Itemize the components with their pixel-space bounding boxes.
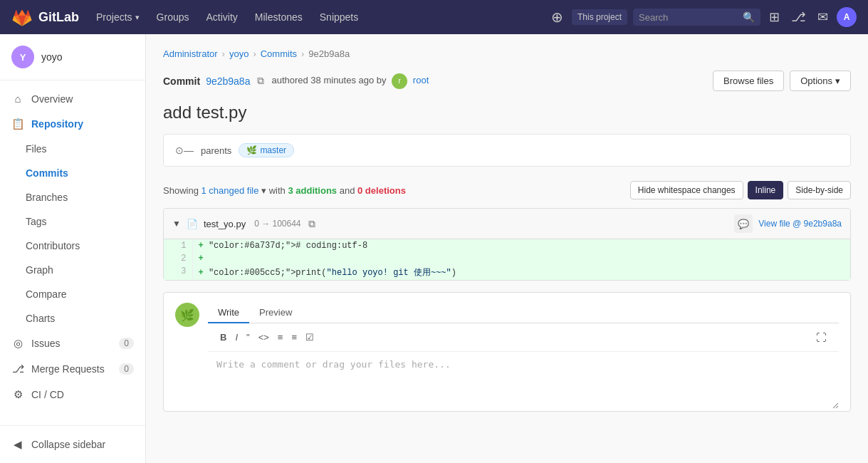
- diff-code-cell: + "color:#6a737d;"># coding:utf-8: [192, 239, 850, 252]
- parents-label: parents: [201, 145, 231, 156]
- tab-write[interactable]: Write: [208, 303, 249, 323]
- breadcrumb: Administrator › yoyo › Commits › 9e2b9a8…: [163, 48, 851, 59]
- editor-tabs: Write Preview: [208, 303, 839, 323]
- sidebar-item-issues[interactable]: ◎ Issues 0: [0, 331, 145, 356]
- breadcrumb-commits[interactable]: Commits: [261, 48, 297, 59]
- side-by-side-button[interactable]: Side-by-side: [788, 181, 851, 199]
- branch-badge[interactable]: 🌿 master: [239, 143, 294, 157]
- sidebar-label-compare: Compare: [26, 288, 67, 300]
- merge-requests-icon: ⎇: [11, 363, 24, 375]
- nav-snippets[interactable]: Snippets: [314, 9, 364, 26]
- gitlab-logo-icon: [11, 6, 33, 28]
- file-name: test_yo.py: [204, 219, 246, 229]
- branch-icon: 🌿: [246, 145, 257, 155]
- editor-toolbar: B I " <> ≡ ≡ ☑ ⛶: [208, 323, 839, 352]
- sidebar-bottom: ◀ Collapse sidebar: [0, 425, 145, 463]
- diff-controls: Hide whitespace changes Inline Side-by-s…: [630, 181, 851, 199]
- line-number: 3: [164, 265, 192, 280]
- navbar: GitLab Projects ▾ Groups Activity Milest…: [0, 0, 868, 34]
- sidebar-label-files: Files: [26, 143, 47, 155]
- nav-groups[interactable]: Groups: [151, 9, 195, 26]
- file-diff-header: ▼ 📄 test_yo.py 0 → 100644 ⧉ 💬 View file …: [164, 209, 850, 239]
- sidebar-item-commits[interactable]: Commits: [0, 161, 145, 185]
- options-button[interactable]: Options ▾: [790, 71, 851, 91]
- sidebar-item-overview[interactable]: ⌂ Overview: [0, 86, 145, 111]
- comment-editor: 🌿 Write Preview B I " <> ≡ ≡: [163, 292, 851, 412]
- diff-code-cell: +: [192, 252, 850, 265]
- parents-git-icon: ⊙—: [175, 145, 194, 156]
- commit-info: Commit 9e2b9a8a ⧉ authored 38 minutes ag…: [163, 73, 429, 89]
- commit-meta: authored 38 minutes ago by r root: [271, 73, 429, 89]
- toggle-diff-button[interactable]: ▼: [172, 219, 181, 229]
- layout-toggle-button[interactable]: ⊞: [766, 6, 783, 28]
- numbered-list-button[interactable]: ≡: [288, 330, 300, 345]
- sidebar-item-compare[interactable]: Compare: [0, 282, 145, 306]
- sidebar-item-files[interactable]: Files: [0, 137, 145, 161]
- commit-author: root: [413, 75, 429, 85]
- search-scope-badge[interactable]: This project: [572, 9, 627, 25]
- sidebar-item-merge-requests[interactable]: ⎇ Merge Requests 0: [0, 356, 145, 382]
- merge-requests-icon-button[interactable]: ⎇: [788, 6, 809, 28]
- search-input[interactable]: [639, 12, 738, 23]
- sidebar-label-cicd: CI / CD: [31, 389, 64, 400]
- task-list-button[interactable]: ☑: [302, 330, 318, 345]
- sidebar-item-branches[interactable]: Branches: [0, 185, 145, 209]
- file-diff-right: 💬 View file @ 9e2b9a8a: [734, 214, 842, 233]
- italic-button[interactable]: I: [231, 330, 241, 345]
- branch-name: master: [260, 145, 286, 155]
- sidebar-item-contributors[interactable]: Contributors: [0, 234, 145, 258]
- diff-code-cell: + "color:#005cc5;">print("hello yoyo! gi…: [192, 265, 850, 280]
- sidebar-item-cicd[interactable]: ⚙ CI / CD: [0, 382, 145, 407]
- sidebar-item-graph[interactable]: Graph: [0, 258, 145, 282]
- nav-activity[interactable]: Activity: [201, 9, 244, 26]
- sidebar-item-tags[interactable]: Tags: [0, 209, 145, 234]
- issues-icon-button[interactable]: ✉: [815, 6, 831, 28]
- breadcrumb-sep-1: ›: [222, 48, 225, 59]
- merge-requests-badge: 0: [119, 363, 134, 375]
- fullscreen-button[interactable]: ⛶: [812, 329, 830, 345]
- nav-milestones[interactable]: Milestones: [249, 9, 308, 26]
- repository-icon: 📋: [11, 118, 24, 130]
- browse-files-button[interactable]: Browse files: [713, 71, 784, 91]
- breadcrumb-yoyo[interactable]: yoyo: [229, 48, 249, 59]
- deletions-count: 0 deletions: [357, 185, 406, 196]
- copy-filepath-button[interactable]: ⧉: [307, 218, 317, 230]
- options-chevron-icon: ▾: [835, 76, 840, 86]
- tab-preview[interactable]: Preview: [249, 303, 302, 323]
- sidebar-item-charts[interactable]: Charts: [0, 306, 145, 331]
- hide-whitespace-button[interactable]: Hide whitespace changes: [630, 181, 743, 199]
- code-text: + "color:#005cc5;">print: [199, 268, 322, 278]
- add-comment-button[interactable]: 💬: [734, 214, 753, 233]
- code-button[interactable]: <>: [255, 330, 273, 345]
- sidebar-label-commits: Commits: [26, 167, 68, 179]
- bullet-list-button[interactable]: ≡: [274, 330, 287, 345]
- author-avatar-small: r: [392, 73, 407, 89]
- changed-file-count[interactable]: 1 changed file ▾: [202, 185, 269, 196]
- sidebar-label-charts: Charts: [26, 313, 55, 324]
- commit-actions: Browse files Options ▾: [713, 71, 851, 91]
- code-text: +: [199, 254, 204, 264]
- sidebar-label-issues: Issues: [31, 338, 60, 349]
- file-mode: 0 → 100644: [254, 219, 300, 229]
- toolbar-left: B I " <> ≡ ≡ ☑: [216, 330, 318, 345]
- sidebar: Y yoyo ⌂ Overview 📋 Repository Files Com…: [0, 34, 146, 463]
- breadcrumb-admin[interactable]: Administrator: [163, 48, 218, 59]
- user-avatar[interactable]: A: [837, 7, 857, 27]
- authored-by-text: authored 38 minutes ago by: [271, 75, 386, 85]
- bold-button[interactable]: B: [216, 330, 230, 345]
- brand[interactable]: GitLab: [11, 6, 79, 28]
- collapse-icon: ◀: [11, 438, 24, 451]
- sidebar-item-repository[interactable]: 📋 Repository: [0, 111, 145, 137]
- inline-view-button[interactable]: Inline: [748, 181, 784, 199]
- breadcrumb-sep-2: ›: [253, 48, 256, 59]
- collapse-sidebar-button[interactable]: ◀ Collapse sidebar: [0, 432, 145, 457]
- nav-projects[interactable]: Projects ▾: [90, 9, 145, 26]
- sidebar-label-merge-requests: Merge Requests: [31, 363, 105, 375]
- comment-textarea[interactable]: [208, 352, 839, 409]
- add-menu-button[interactable]: ⊕: [548, 6, 566, 28]
- collapse-label: Collapse sidebar: [31, 439, 105, 450]
- copy-hash-button[interactable]: ⧉: [256, 75, 266, 87]
- comment-editor-top: 🌿 Write Preview B I " <> ≡ ≡: [164, 293, 850, 411]
- view-file-button[interactable]: View file @ 9e2b9a8a: [758, 219, 842, 229]
- quote-button[interactable]: ": [243, 330, 253, 345]
